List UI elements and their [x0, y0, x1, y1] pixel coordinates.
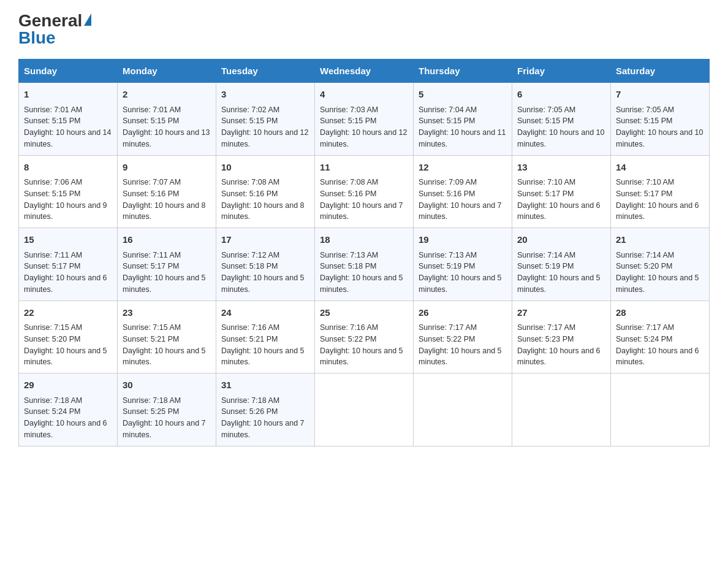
daylight-label: Daylight: 10 hours and 10 minutes. — [517, 128, 604, 148]
sunrise-label: Sunrise: 7:05 AM — [616, 105, 674, 114]
sunset-label: Sunset: 5:26 PM — [221, 407, 278, 416]
calendar-header-row: SundayMondayTuesdayWednesdayThursdayFrid… — [19, 59, 710, 83]
week-row-5: 29 Sunrise: 7:18 AM Sunset: 5:24 PM Dayl… — [19, 373, 710, 446]
calendar-cell: 20 Sunrise: 7:14 AM Sunset: 5:19 PM Dayl… — [512, 228, 611, 301]
calendar-cell: 18 Sunrise: 7:13 AM Sunset: 5:18 PM Dayl… — [315, 228, 414, 301]
day-number: 26 — [419, 306, 507, 320]
day-number: 23 — [123, 306, 211, 320]
logo-general: General — [18, 11, 91, 30]
day-number: 13 — [517, 161, 605, 175]
sunrise-label: Sunrise: 7:17 AM — [517, 323, 575, 332]
sunrise-label: Sunrise: 7:18 AM — [221, 396, 279, 405]
calendar-cell — [611, 373, 710, 446]
daylight-label: Daylight: 10 hours and 5 minutes. — [221, 347, 305, 367]
sunrise-label: Sunrise: 7:02 AM — [221, 105, 279, 114]
daylight-label: Daylight: 10 hours and 5 minutes. — [320, 347, 403, 367]
sunset-label: Sunset: 5:16 PM — [221, 190, 278, 198]
daylight-label: Daylight: 10 hours and 5 minutes. — [24, 347, 107, 367]
sunset-label: Sunset: 5:17 PM — [123, 262, 179, 270]
sunset-label: Sunset: 5:19 PM — [419, 262, 475, 270]
calendar-cell: 10 Sunrise: 7:08 AM Sunset: 5:16 PM Dayl… — [216, 155, 315, 228]
day-number: 28 — [616, 306, 704, 320]
calendar-cell: 3 Sunrise: 7:02 AM Sunset: 5:15 PM Dayli… — [216, 83, 315, 156]
sunrise-label: Sunrise: 7:15 AM — [24, 323, 82, 332]
daylight-label: Daylight: 10 hours and 6 minutes. — [24, 274, 107, 294]
daylight-label: Daylight: 10 hours and 7 minutes. — [123, 419, 206, 439]
day-number: 6 — [517, 88, 605, 102]
sunset-label: Sunset: 5:15 PM — [320, 117, 376, 125]
day-number: 17 — [221, 233, 309, 247]
daylight-label: Daylight: 10 hours and 6 minutes. — [616, 201, 699, 221]
sunrise-label: Sunrise: 7:16 AM — [221, 323, 279, 332]
sunset-label: Sunset: 5:23 PM — [517, 335, 574, 343]
header-sunday: Sunday — [19, 59, 118, 83]
calendar-cell: 15 Sunrise: 7:11 AM Sunset: 5:17 PM Dayl… — [19, 228, 118, 301]
calendar-cell: 27 Sunrise: 7:17 AM Sunset: 5:23 PM Dayl… — [512, 301, 611, 373]
sunrise-label: Sunrise: 7:13 AM — [419, 251, 477, 259]
daylight-label: Daylight: 10 hours and 7 minutes. — [419, 201, 502, 221]
day-number: 20 — [517, 233, 605, 247]
daylight-label: Daylight: 10 hours and 5 minutes. — [123, 274, 206, 294]
header-thursday: Thursday — [414, 59, 512, 83]
sunrise-label: Sunrise: 7:18 AM — [123, 396, 181, 405]
logo-blue: Blue — [18, 28, 56, 47]
sunset-label: Sunset: 5:17 PM — [517, 190, 574, 198]
calendar-cell: 14 Sunrise: 7:10 AM Sunset: 5:17 PM Dayl… — [611, 155, 710, 228]
sunset-label: Sunset: 5:17 PM — [616, 190, 672, 198]
sunrise-label: Sunrise: 7:05 AM — [517, 105, 575, 114]
calendar-cell: 6 Sunrise: 7:05 AM Sunset: 5:15 PM Dayli… — [512, 83, 611, 156]
daylight-label: Daylight: 10 hours and 8 minutes. — [221, 201, 305, 221]
calendar-cell: 22 Sunrise: 7:15 AM Sunset: 5:20 PM Dayl… — [19, 301, 118, 373]
day-number: 27 — [517, 306, 605, 320]
sunset-label: Sunset: 5:19 PM — [517, 262, 574, 270]
sunset-label: Sunset: 5:15 PM — [123, 117, 179, 125]
sunset-label: Sunset: 5:22 PM — [419, 335, 475, 343]
logo-blue-text: Blue — [18, 29, 56, 47]
sunset-label: Sunset: 5:21 PM — [123, 335, 179, 343]
day-number: 19 — [419, 233, 507, 247]
calendar-cell: 25 Sunrise: 7:16 AM Sunset: 5:22 PM Dayl… — [315, 301, 414, 373]
calendar-cell: 23 Sunrise: 7:15 AM Sunset: 5:21 PM Dayl… — [118, 301, 216, 373]
sunset-label: Sunset: 5:20 PM — [24, 335, 80, 343]
sunrise-label: Sunrise: 7:14 AM — [616, 251, 674, 259]
week-row-3: 15 Sunrise: 7:11 AM Sunset: 5:17 PM Dayl… — [19, 228, 710, 301]
day-number: 4 — [320, 88, 408, 102]
page-header: General Blue — [18, 12, 710, 47]
header-wednesday: Wednesday — [315, 59, 414, 83]
day-number: 30 — [123, 378, 211, 393]
calendar-cell: 26 Sunrise: 7:17 AM Sunset: 5:22 PM Dayl… — [414, 301, 512, 373]
day-number: 31 — [221, 378, 309, 393]
day-number: 10 — [221, 161, 309, 175]
calendar-cell — [512, 373, 611, 446]
calendar-cell: 21 Sunrise: 7:14 AM Sunset: 5:20 PM Dayl… — [611, 228, 710, 301]
sunset-label: Sunset: 5:21 PM — [221, 335, 278, 343]
sunset-label: Sunset: 5:24 PM — [24, 407, 80, 416]
daylight-label: Daylight: 10 hours and 5 minutes. — [123, 347, 206, 367]
daylight-label: Daylight: 10 hours and 6 minutes. — [517, 201, 601, 221]
day-number: 25 — [320, 306, 408, 320]
day-number: 16 — [123, 233, 211, 247]
calendar-cell: 13 Sunrise: 7:10 AM Sunset: 5:17 PM Dayl… — [512, 155, 611, 228]
sunset-label: Sunset: 5:17 PM — [24, 262, 80, 270]
calendar-cell: 5 Sunrise: 7:04 AM Sunset: 5:15 PM Dayli… — [414, 83, 512, 156]
daylight-label: Daylight: 10 hours and 12 minutes. — [320, 128, 407, 148]
header-friday: Friday — [512, 59, 611, 83]
daylight-label: Daylight: 10 hours and 10 minutes. — [616, 128, 703, 148]
calendar-cell: 16 Sunrise: 7:11 AM Sunset: 5:17 PM Dayl… — [118, 228, 216, 301]
sunset-label: Sunset: 5:15 PM — [517, 117, 574, 125]
day-number: 15 — [24, 233, 112, 247]
calendar-cell: 29 Sunrise: 7:18 AM Sunset: 5:24 PM Dayl… — [19, 373, 118, 446]
sunrise-label: Sunrise: 7:13 AM — [320, 251, 378, 259]
daylight-label: Daylight: 10 hours and 5 minutes. — [419, 274, 502, 294]
sunrise-label: Sunrise: 7:04 AM — [419, 105, 477, 114]
day-number: 18 — [320, 233, 408, 247]
calendar-cell: 19 Sunrise: 7:13 AM Sunset: 5:19 PM Dayl… — [414, 228, 512, 301]
calendar-cell: 28 Sunrise: 7:17 AM Sunset: 5:24 PM Dayl… — [611, 301, 710, 373]
day-number: 1 — [24, 88, 112, 102]
daylight-label: Daylight: 10 hours and 6 minutes. — [24, 419, 107, 439]
sunrise-label: Sunrise: 7:17 AM — [419, 323, 477, 332]
sunset-label: Sunset: 5:16 PM — [123, 190, 179, 198]
sunrise-label: Sunrise: 7:03 AM — [320, 105, 378, 114]
daylight-label: Daylight: 10 hours and 7 minutes. — [221, 419, 305, 439]
daylight-label: Daylight: 10 hours and 12 minutes. — [221, 128, 308, 148]
